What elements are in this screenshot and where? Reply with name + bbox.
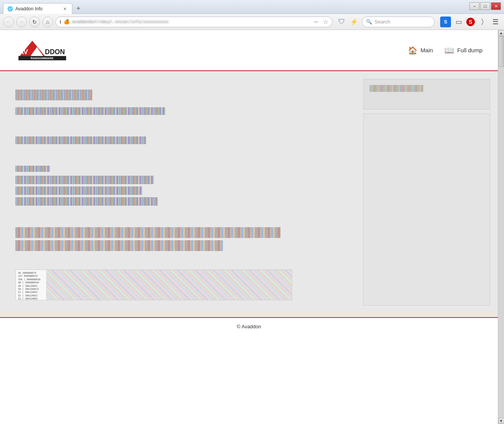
- scroll-down-button[interactable]: ▼: [498, 418, 504, 424]
- glitch-line-5b: [15, 240, 223, 251]
- search-icon: 🔍: [366, 19, 372, 25]
- active-tab[interactable]: 🌐 Avaddon Info ×: [3, 3, 72, 14]
- content-right: [356, 71, 498, 317]
- svg-text:RANSOMWARE: RANSOMWARE: [31, 57, 54, 60]
- glitch-line-4d: [15, 197, 158, 206]
- glitch-line-4b: [15, 176, 154, 184]
- avaddon-logo: AV DDON RANSOMWARE: [15, 38, 77, 63]
- nav-main-label: Main: [421, 47, 433, 53]
- nav-dump-link[interactable]: 📖 Full dump: [444, 46, 482, 55]
- preview-data: [47, 270, 292, 300]
- toolbar-icons: 🛡 ⚡: [336, 17, 359, 27]
- logo-area: AV DDON RANSOMWARE: [15, 38, 77, 63]
- preview-image: 46 3000880079 147 3000880079 148 | 30000…: [15, 269, 292, 300]
- search-placeholder: Search: [374, 19, 390, 25]
- browser-window: 🌐 Avaddon Info × + − □ ✕ ← → ↻ ⌂ ℹ 🍊 ava…: [0, 0, 504, 424]
- maximize-button[interactable]: □: [480, 2, 490, 10]
- scrollbar-thumb[interactable]: [499, 36, 504, 67]
- site-footer: © Avaddon: [0, 317, 498, 335]
- skype-icon[interactable]: S: [440, 17, 451, 27]
- content-section-4: [15, 166, 340, 206]
- more-tools-icon[interactable]: 〉: [477, 17, 488, 27]
- tab-title: Avaddon Info: [15, 6, 43, 12]
- nav-bar: ← → ↻ ⌂ ℹ 🍊 avaddonbotrxmuyl.onion/info/…: [0, 14, 504, 30]
- close-button[interactable]: ✕: [491, 2, 501, 10]
- site-favicon: 🍊: [64, 19, 70, 25]
- content-left: 46 3000880079 147 3000880079 148 | 30000…: [0, 71, 356, 317]
- preview-line-numbers: 46 3000880079 147 3000880079 148 | 30000…: [16, 270, 47, 300]
- bookmark-icon[interactable]: ☆: [323, 18, 328, 25]
- search-bar[interactable]: 🔍 Search: [362, 17, 435, 27]
- site-wrapper: AV DDON RANSOMWARE 🏠 Main: [0, 30, 498, 424]
- glitch-line-1: [15, 90, 92, 100]
- glitch-line-5a: [15, 227, 281, 238]
- secure-icon: ℹ: [60, 19, 62, 25]
- content-section-3: [15, 136, 340, 144]
- reader-mode-icon[interactable]: ▭: [453, 17, 464, 27]
- stop-icon[interactable]: S: [466, 18, 475, 26]
- glitch-line-3: [15, 136, 146, 144]
- glitch-line-4c: [15, 186, 142, 195]
- forward-button[interactable]: →: [16, 17, 27, 27]
- address-bar[interactable]: ℹ 🍊 avaddonbotrxmuyl.onion/info/xxxxxxxx…: [55, 17, 333, 27]
- minimize-button[interactable]: −: [469, 2, 479, 10]
- address-text: avaddonbotrxmuyl.onion/info/xxxxxxxxxx: [72, 19, 309, 24]
- reload-button[interactable]: ↻: [29, 17, 40, 27]
- scroll-up-button[interactable]: ▲: [498, 30, 504, 36]
- shield-icon[interactable]: 🛡: [336, 17, 347, 27]
- home-button[interactable]: ⌂: [42, 17, 53, 27]
- scrollbar: ▲ ▼: [498, 30, 504, 424]
- home-nav-icon: 🏠: [408, 46, 418, 55]
- content-section-5: [15, 227, 340, 251]
- new-tab-button[interactable]: +: [73, 3, 84, 14]
- page-content: AV DDON RANSOMWARE 🏠 Main: [0, 30, 504, 424]
- right-panel-bottom: [363, 113, 490, 306]
- lightning-icon[interactable]: ⚡: [349, 17, 359, 27]
- address-menu-button[interactable]: ···: [311, 17, 321, 27]
- content-section-1: [15, 90, 340, 100]
- main-content: AV DDON RANSOMWARE 🏠 Main: [0, 30, 498, 424]
- svg-text:AV: AV: [19, 48, 28, 56]
- nav-main-link[interactable]: 🏠 Main: [408, 46, 433, 55]
- title-bar: 🌐 Avaddon Info × + − □ ✕: [0, 0, 504, 14]
- scrollbar-track[interactable]: [498, 36, 504, 418]
- window-controls: − □ ✕: [469, 2, 501, 10]
- site-header: AV DDON RANSOMWARE 🏠 Main: [0, 30, 498, 71]
- site-body: 46 3000880079 147 3000880079 148 | 30000…: [0, 71, 498, 317]
- right-panel-glitch: [369, 85, 423, 92]
- nav-dump-label: Full dump: [457, 47, 482, 53]
- content-section-2: [15, 107, 340, 115]
- right-panel-top: [363, 79, 490, 110]
- menu-icon[interactable]: ☰: [490, 17, 501, 27]
- back-button[interactable]: ←: [3, 17, 14, 27]
- tab-favicon: 🌐: [7, 6, 13, 12]
- svg-text:DDON: DDON: [45, 48, 65, 56]
- site-nav-links: 🏠 Main 📖 Full dump: [408, 46, 482, 55]
- tab-close-button[interactable]: ×: [62, 5, 68, 13]
- footer-text: © Avaddon: [237, 324, 261, 329]
- glitch-line-2: [15, 107, 165, 115]
- right-toolbar-icons: S ▭ S 〉 ☰: [440, 17, 501, 27]
- book-icon: 📖: [444, 46, 454, 55]
- glitch-line-4a: [15, 166, 50, 172]
